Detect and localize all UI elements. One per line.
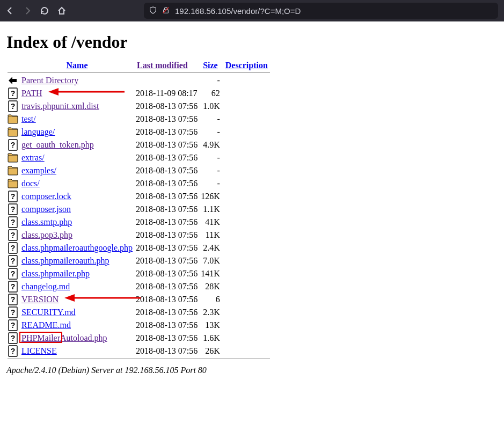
col-modified[interactable]: Last modified <box>137 61 188 70</box>
file-link[interactable]: class.pop3.php <box>21 230 72 239</box>
svg-text:?: ? <box>11 89 16 98</box>
modified-cell: 2018-08-13 07:56 <box>134 293 200 306</box>
file-icon: ? <box>6 87 20 100</box>
table-row: ?SECURITY.md2018-08-13 07:562.3K <box>6 306 271 319</box>
svg-text:?: ? <box>11 321 16 330</box>
file-name-cell: README.md <box>20 319 134 332</box>
file-link[interactable]: VERSION <box>21 295 59 304</box>
modified-cell: 2018-08-13 07:56 <box>134 190 200 203</box>
modified-cell: 2018-08-13 07:56 <box>134 138 200 151</box>
file-name-cell: test/ <box>20 113 134 126</box>
table-row: ?class.phpmailer.php2018-08-13 07:56141K <box>6 267 271 280</box>
col-size[interactable]: Size <box>203 61 218 70</box>
table-row: docs/2018-08-13 07:56- <box>6 177 271 190</box>
file-link[interactable]: LICENSE <box>21 346 57 355</box>
file-link[interactable]: extras/ <box>21 153 45 162</box>
shield-icon <box>149 6 157 16</box>
file-link[interactable]: SECURITY.md <box>21 308 76 317</box>
file-name-cell: PHPMailerAutoload.php <box>20 332 134 345</box>
modified-cell: 2018-08-13 07:56 <box>134 177 200 190</box>
modified-cell: 2018-08-13 07:56 <box>134 216 200 229</box>
back-button[interactable] <box>5 6 15 16</box>
file-name-cell: composer.lock <box>20 190 134 203</box>
file-name-cell: LICENSE <box>20 345 134 357</box>
table-row: ?class.smtp.php2018-08-13 07:5641K <box>6 216 271 229</box>
modified-cell: 2018-08-13 07:56 <box>134 319 200 332</box>
svg-text:?: ? <box>11 334 16 342</box>
file-link[interactable]: travis.phpunit.xml.dist <box>21 101 99 111</box>
file-link[interactable]: get_oauth_token.php <box>21 140 94 149</box>
size-cell: 1.1K <box>200 203 222 216</box>
file-link[interactable]: class.phpmaileroauthgoogle.php <box>21 243 133 252</box>
file-icon: ? <box>6 203 20 216</box>
directory-listing: Name Last modified Size Description Pare… <box>6 60 271 360</box>
file-link[interactable]: docs/ <box>21 179 40 188</box>
description-cell <box>222 151 271 164</box>
folder-icon <box>6 164 20 177</box>
description-cell <box>222 267 271 280</box>
description-cell <box>222 216 271 229</box>
table-row: ?README.md2018-08-13 07:5613K <box>6 319 271 332</box>
file-link[interactable]: test/ <box>21 114 36 123</box>
modified-cell: 2018-08-13 07:56 <box>134 306 200 319</box>
size-cell: - <box>200 151 222 164</box>
file-name-cell: examples/ <box>20 164 134 177</box>
modified-cell: 2018-08-13 07:56 <box>134 229 200 242</box>
modified-cell: 2018-08-13 07:56 <box>134 267 200 280</box>
size-cell: - <box>200 74 222 87</box>
file-link[interactable]: class.smtp.php <box>21 217 72 227</box>
file-link[interactable]: README.md <box>21 320 71 330</box>
col-description[interactable]: Description <box>225 61 268 70</box>
file-name-cell: get_oauth_token.php <box>20 138 134 151</box>
description-cell <box>222 113 271 126</box>
size-cell: - <box>200 177 222 190</box>
svg-text:?: ? <box>11 244 16 252</box>
file-icon: ? <box>6 319 20 332</box>
size-cell: 2.4K <box>200 242 222 254</box>
file-icon: ? <box>6 242 20 254</box>
description-cell <box>222 254 271 267</box>
file-link[interactable]: PHPMailerAutoload.php <box>21 333 107 342</box>
size-cell: 4.9K <box>200 138 222 151</box>
folder-icon <box>6 113 20 126</box>
modified-cell: 2018-08-13 07:56 <box>134 254 200 267</box>
file-icon: ? <box>6 100 20 113</box>
file-link[interactable]: examples/ <box>21 166 56 175</box>
description-cell <box>222 319 271 332</box>
file-link[interactable]: PATH <box>21 89 42 98</box>
size-cell: - <box>200 126 222 138</box>
modified-cell: 2018-08-13 07:56 <box>134 164 200 177</box>
page-content: Index of /vendor Name Last modified Size… <box>0 21 277 391</box>
table-row: test/2018-08-13 07:56- <box>6 113 271 126</box>
file-link[interactable]: class.phpmailer.php <box>21 269 90 278</box>
description-cell <box>222 203 271 216</box>
size-cell: 1.0K <box>200 100 222 113</box>
forward-button[interactable] <box>23 6 32 16</box>
modified-cell: 2018-08-13 07:56 <box>134 280 200 293</box>
file-name-cell: class.smtp.php <box>20 216 134 229</box>
file-name-cell: Parent Directory <box>20 74 134 87</box>
table-row: ?get_oauth_token.php2018-08-13 07:564.9K <box>6 138 271 151</box>
address-bar[interactable]: 192.168.56.105/vendor/?C=M;O=D <box>144 3 498 19</box>
file-icon: ? <box>6 138 20 151</box>
svg-rect-9 <box>8 129 18 136</box>
modified-cell: 2018-11-09 08:17 <box>134 87 200 100</box>
svg-text:?: ? <box>11 192 16 201</box>
modified-cell <box>134 74 200 87</box>
size-cell: 11K <box>200 229 222 242</box>
col-name[interactable]: Name <box>67 61 88 70</box>
table-row: ?LICENSE2018-08-13 07:5626K <box>6 345 271 357</box>
url-text: 192.168.56.105/vendor/?C=M;O=D <box>175 6 301 16</box>
description-cell <box>222 293 271 306</box>
file-link[interactable]: class.phpmaileroauth.php <box>21 256 109 265</box>
svg-marker-5 <box>48 88 59 96</box>
file-link[interactable]: language/ <box>21 127 55 136</box>
file-link[interactable]: Parent Directory <box>21 76 78 85</box>
folder-icon <box>6 151 20 164</box>
table-row: ?travis.phpunit.xml.dist2018-08-13 07:56… <box>6 100 271 113</box>
file-link[interactable]: changelog.md <box>21 282 70 291</box>
home-button[interactable] <box>57 6 67 16</box>
file-link[interactable]: composer.lock <box>21 192 71 201</box>
file-link[interactable]: composer.json <box>21 204 71 214</box>
reload-button[interactable] <box>40 6 49 16</box>
